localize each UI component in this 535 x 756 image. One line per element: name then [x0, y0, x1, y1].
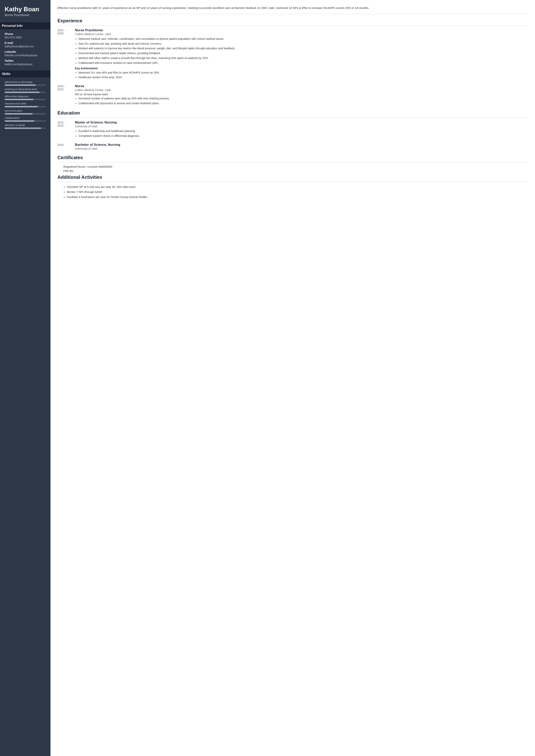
experience-item: 2015 - 2020Nurse PractitionerCollins Med… [57, 28, 527, 81]
sidebar-name: Kathy Boan [5, 6, 46, 13]
exp-bullets: Increased number of patients seen daily … [75, 97, 527, 106]
certificate-item: Registered Nurse—License #00000000 [63, 165, 527, 168]
skill-item: differential diagnosis [5, 95, 46, 100]
exp-job-title: Nurse [75, 84, 527, 88]
key-achievement-bullets: Mentored 10+ new NPs and RNs to raise HC… [75, 70, 527, 80]
activity-item: Facilitate 4 fundraisers per year for To… [67, 195, 527, 199]
personal-info-section: Personal Info [0, 22, 50, 29]
sidebar-title: Nurse Practitioner [5, 14, 46, 17]
twitter-field: Twitter twitter.com/kathyzboan [5, 59, 46, 66]
experience-list: 2015 - 2020Nurse PractitionerCollins Med… [57, 28, 527, 107]
edu-content: Bachelor of Science, NursingUniversity o… [75, 143, 527, 152]
exp-bullet-item: Saw 20+ patients per day, assisting with… [78, 42, 527, 46]
skill-bar-fill [5, 127, 41, 129]
edu-bullet-item: Excelled in leadership and healthcare pl… [78, 129, 527, 133]
experience-item: 2010 - 2015NurseCollins Medical Center, … [57, 84, 527, 107]
skill-item: communication [5, 109, 46, 115]
exp-content: NurseCollins Medical Center, UtahRN on 3… [75, 84, 527, 107]
skill-name: collaboration [5, 117, 46, 119]
twitter-value: twitter.com/kathyzboan [5, 63, 46, 66]
exp-company: Collins Medical Center, Utah [75, 33, 527, 36]
exp-desc: RN on 30-bed trauma ward. [75, 93, 527, 96]
edu-content: Master of Science, NursingUniversity of … [75, 121, 527, 139]
edu-bullets: Excelled in leadership and healthcare pl… [75, 129, 527, 138]
skill-name: interpersonal skills [5, 102, 46, 105]
skill-bar-background [5, 106, 46, 107]
skill-item: interpersonal skills [5, 102, 46, 107]
certificates-list: Registered Nurse—License #00000000FNP-BC [57, 165, 527, 173]
exp-bullet-item: Collaborated with insurance vendors to r… [78, 61, 527, 65]
edu-degree: Master of Science, Nursing [75, 121, 527, 125]
activity-item: Mentor 7 NPs through AANP. [67, 190, 527, 194]
phone-field: Phone 801-870-3963 [5, 32, 46, 39]
skill-name: differential diagnosis [5, 95, 46, 98]
sidebar: Kathy Boan Nurse Practitioner Personal I… [0, 0, 50, 756]
phone-value: 801-870-3963 [5, 36, 46, 39]
skill-bar-fill [5, 92, 40, 93]
main-content: Effective nurse practitioner with 5+ yea… [50, 0, 535, 756]
skill-bar-background [5, 84, 46, 86]
exp-bullets: Delivered medical care, referrals, coord… [75, 37, 527, 65]
edu-school: University of Utah [75, 147, 527, 150]
linkedin-label: LinkedIn [5, 50, 46, 53]
activity-item: Volunteer NP at 5 trail runs per year 26… [67, 185, 527, 189]
edu-school: University of Utah [75, 125, 527, 128]
education-section-title: Education [57, 110, 527, 116]
edu-date: 2010 [57, 143, 71, 152]
exp-company: Collins Medical Center, Utah [75, 89, 527, 92]
linkedin-value: linkedin.com/in/kathyzboan [5, 54, 46, 57]
edu-date: 2013 - 2015 [57, 121, 71, 139]
exp-date: 2010 - 2015 [57, 84, 71, 107]
skill-name: ordering & interpreting tests [5, 88, 46, 91]
skill-name: communication [5, 109, 46, 112]
skill-bar-background [5, 99, 46, 100]
skill-bar-background [5, 92, 46, 93]
exp-bullet-item: Collaborated with physicians to assess a… [78, 101, 527, 106]
edu-bullet-item: Completed master's thesis in differentia… [78, 134, 527, 138]
education-item: 2010Bachelor of Science, NursingUniversi… [57, 143, 527, 152]
exp-date: 2015 - 2020 [57, 28, 71, 81]
activities-section-title: Additional Activities [57, 175, 527, 180]
skill-bar-fill [5, 120, 34, 122]
skill-item: collaboration [5, 117, 46, 122]
email-value: kathyzboan@gmail.com [5, 45, 46, 48]
exp-bullet-item: Worked with patients to improve key metr… [78, 46, 527, 51]
exp-bullet-item: Increased number of patients seen daily … [78, 97, 527, 101]
skill-bar-background [5, 127, 46, 129]
key-achievement-label: Key Achievement [75, 67, 527, 70]
email-field: E-mail kathyzboan@gmail.com [5, 42, 46, 48]
education-list: 2013 - 2015Master of Science, NursingUni… [57, 121, 527, 152]
linkedin-field: LinkedIn linkedin.com/in/kathyzboan [5, 50, 46, 57]
email-label: E-mail [5, 42, 46, 44]
skill-name: admissions & discharge [5, 81, 46, 83]
exp-bullet-item: Documented and tracked patient health me… [78, 51, 527, 56]
twitter-label: Twitter [5, 59, 46, 62]
education-item: 2013 - 2015Master of Science, NursingUni… [57, 121, 527, 139]
achievement-item: Mentored 10+ new NPs and RNs to raise HC… [78, 70, 527, 75]
experience-divider [57, 25, 527, 26]
education-divider [57, 118, 527, 118]
activities-divider [57, 182, 527, 182]
skill-bar-fill [5, 84, 36, 86]
skill-item: ordering & interpreting tests [5, 88, 46, 93]
phone-label: Phone [5, 32, 46, 36]
skill-bar-fill [5, 99, 33, 100]
skill-bar-background [5, 113, 46, 115]
experience-section-title: Experience [57, 18, 527, 23]
edu-degree: Bachelor of Science, Nursing [75, 143, 527, 147]
skill-bar-fill [5, 106, 38, 107]
certificates-section-title: Certificates [57, 155, 527, 160]
skill-bar-fill [5, 113, 33, 115]
skills-list: admissions & dischargeordering & interpr… [5, 81, 46, 129]
achievement-item: Healthcare worker of the year, 2019. [78, 75, 527, 80]
exp-bullet-item: Delivered medical care, referrals, coord… [78, 37, 527, 41]
skills-section: Skills [0, 70, 50, 77]
exp-job-title: Nurse Practitioner [75, 28, 527, 32]
exp-bullet-item: Worked with office staff to create a smo… [78, 56, 527, 60]
skill-item: admissions & discharge [5, 81, 46, 86]
certificate-item: FNP-BC [63, 169, 527, 173]
activities-list: Volunteer NP at 5 trail runs per year 26… [63, 185, 527, 199]
summary: Effective nurse practitioner with 5+ yea… [57, 6, 527, 14]
skill-name: attention to detail [5, 124, 46, 126]
exp-content: Nurse PractitionerCollins Medical Center… [75, 28, 527, 81]
